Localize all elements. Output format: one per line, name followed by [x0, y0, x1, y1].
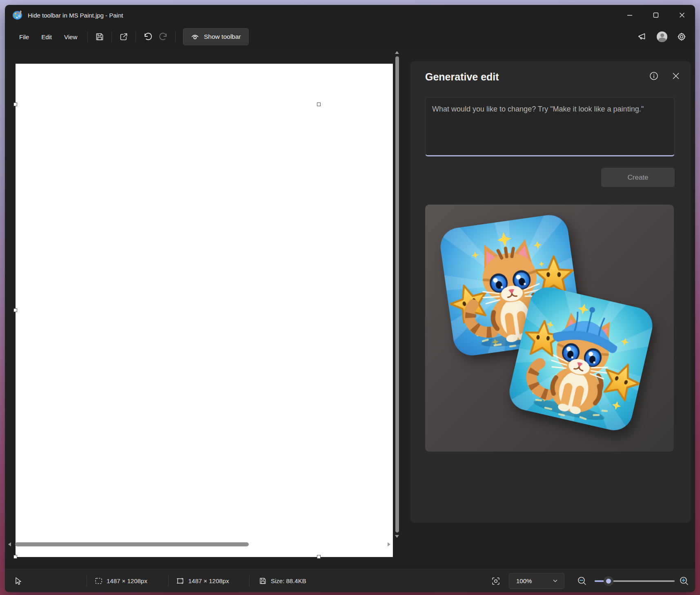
drawing-canvas[interactable] [16, 64, 393, 557]
cat-sticker-2 [506, 283, 656, 434]
window-controls [617, 5, 695, 25]
file-size-floppy-icon [259, 577, 267, 585]
toolbar-separator [87, 31, 88, 42]
statusbar-separator [87, 575, 87, 586]
info-button[interactable] [648, 70, 660, 82]
show-toolbar-label: Show toolbar [204, 33, 241, 40]
minimize-icon [626, 12, 633, 18]
share-icon [119, 32, 128, 41]
vertical-scrollbar[interactable] [395, 51, 399, 538]
horizontal-scrollbar[interactable] [8, 542, 390, 547]
cursor-arrow-icon [14, 577, 22, 586]
create-button[interactable]: Create [601, 168, 675, 187]
selection-dashed-icon [95, 577, 103, 585]
selection-handle-top-middle[interactable] [317, 103, 321, 106]
maximize-icon [653, 12, 659, 18]
file-size-indicator: Size: 88.4KB [259, 569, 306, 592]
scroll-up-arrow[interactable] [395, 51, 399, 54]
panel-close-button[interactable] [670, 70, 682, 82]
redo-button[interactable] [156, 29, 171, 45]
titlebar: Hide toolbar in MS Paint.jpg - Paint [5, 5, 695, 25]
megaphone-icon [638, 32, 647, 42]
generative-edit-panel: Generative edit Create [410, 61, 691, 523]
zoom-slider[interactable] [595, 580, 675, 582]
close-x-icon [671, 71, 680, 80]
toolbar-separator [136, 31, 136, 42]
generated-image-preview [425, 205, 674, 452]
selection-size-indicator: 1487 × 1208px [95, 569, 147, 592]
zoom-out-magnifier-icon [577, 576, 587, 586]
avatar [657, 31, 667, 42]
undo-icon [143, 32, 153, 42]
close-button[interactable] [669, 5, 695, 25]
account-button[interactable] [654, 29, 670, 45]
toolbar-separator [111, 31, 112, 42]
toolbar-separator [175, 31, 176, 42]
share-button[interactable] [116, 29, 132, 45]
menu-file[interactable]: File [13, 30, 35, 44]
info-icon [649, 71, 659, 81]
scroll-down-arrow[interactable] [395, 535, 399, 538]
content-area: Generative edit Create [5, 48, 695, 563]
gear-icon [677, 32, 687, 42]
desktop-wallpaper: Hide toolbar in MS Paint.jpg - Paint Fil… [0, 0, 700, 595]
canvas-size-icon [176, 577, 184, 585]
scroll-left-arrow[interactable] [8, 542, 11, 546]
maximize-button[interactable] [643, 5, 669, 25]
zoom-to-fit-icon [491, 576, 501, 586]
undo-button[interactable] [140, 29, 156, 45]
zoom-slider-thumb[interactable] [604, 576, 613, 586]
selection-handle-bottom-middle[interactable] [317, 555, 321, 559]
zoom-in-button[interactable] [679, 569, 689, 592]
zoom-out-button[interactable] [577, 569, 587, 592]
selection-handle-bottom-left[interactable] [13, 555, 17, 559]
chevron-down-icon [552, 578, 558, 584]
redo-icon [158, 32, 168, 42]
save-button[interactable] [92, 29, 107, 45]
zoom-level-value: 100% [516, 577, 552, 584]
show-toolbar-button[interactable]: Show toolbar [183, 28, 248, 45]
selection-handle-left-middle[interactable] [13, 308, 17, 312]
vertical-scroll-thumb[interactable] [395, 56, 399, 533]
file-size-value: Size: 88.4KB [271, 577, 306, 584]
selection-handle-top-left[interactable] [13, 103, 17, 106]
selection-size-value: 1487 × 1208px [107, 577, 147, 584]
close-icon [679, 12, 685, 18]
paint-app-icon [12, 10, 23, 20]
zoom-level-dropdown[interactable]: 100% [509, 573, 564, 589]
menubar: File Edit View [5, 25, 695, 48]
canvas-size-value: 1487 × 1208px [188, 577, 229, 584]
panel-title: Generative edit [425, 71, 499, 83]
prompt-input[interactable] [425, 97, 675, 156]
statusbar-separator [249, 575, 250, 586]
paint-window: Hide toolbar in MS Paint.jpg - Paint Fil… [5, 5, 695, 592]
minimize-button[interactable] [617, 5, 643, 25]
cursor-position-indicator [14, 569, 22, 592]
zoom-slider-thumb-dot [606, 579, 611, 584]
zoom-in-magnifier-icon [679, 576, 689, 586]
scroll-right-arrow[interactable] [388, 542, 390, 546]
window-title: Hide toolbar in MS Paint.jpg - Paint [28, 12, 123, 19]
menu-view[interactable]: View [58, 30, 83, 44]
save-floppy-icon [95, 32, 104, 41]
feedback-button[interactable] [635, 29, 650, 45]
menu-edit[interactable]: Edit [35, 30, 58, 44]
canvas-size-indicator: 1487 × 1208px [176, 569, 229, 592]
horizontal-scroll-thumb[interactable] [15, 542, 249, 546]
zoom-to-fit-button[interactable] [491, 569, 501, 592]
settings-button[interactable] [674, 29, 689, 45]
eye-icon [191, 33, 199, 41]
menubar-right-icons [635, 29, 689, 45]
statusbar: 1487 × 1208px 1487 × 1208px Size: 88.4KB [5, 569, 695, 592]
statusbar-separator [168, 575, 169, 586]
